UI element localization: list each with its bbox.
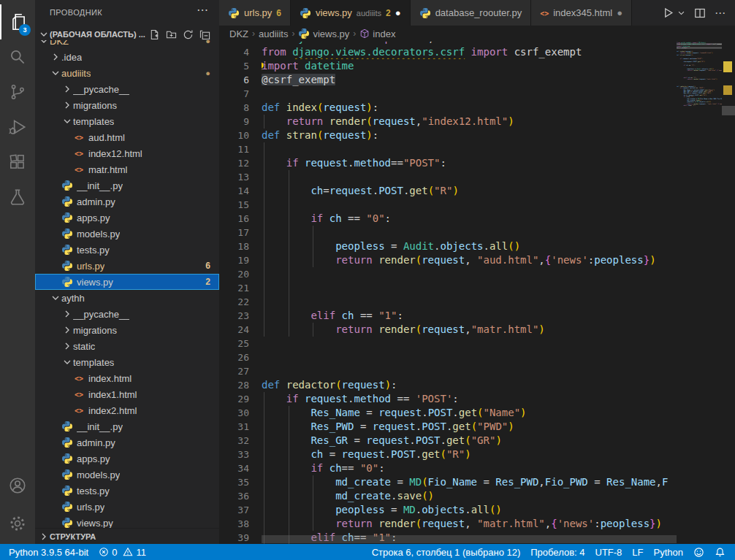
code-line-23[interactable]: elif ch == "1": — [262, 309, 677, 323]
code-line-4[interactable]: from django.views.decorators.csrf import… — [262, 45, 677, 59]
feedback-icon[interactable] — [688, 544, 709, 560]
code-line-38[interactable]: return render(request, "matr.html",{'new… — [262, 517, 677, 531]
minimap[interactable]: from aythh.models import MD,Auditfrom dj… — [677, 42, 722, 544]
cursor-position-status[interactable]: Строка 6, столбец 1 (выбрано 12) — [367, 544, 526, 560]
new-file-icon[interactable] — [149, 29, 160, 40]
tab-index345.html[interactable]: <>index345.html● — [531, 0, 632, 26]
code-line-9[interactable]: return render(request,"index12.html") — [262, 115, 677, 129]
problems-status[interactable]: 0 11 — [94, 544, 151, 560]
code-line-20[interactable] — [262, 267, 677, 281]
breadcrumb-item-DKZ[interactable]: DKZ — [229, 28, 248, 39]
explorer-more-actions-icon[interactable]: ⋯ — [197, 3, 209, 17]
code-line-14[interactable]: ch=request.POST.get("R") — [262, 184, 677, 198]
tree-item-index.html[interactable]: <>index.html — [35, 370, 219, 386]
code-line-32[interactable]: Res_GR = request.POST.get("GR") — [262, 434, 677, 448]
source-control-activity-icon[interactable] — [0, 74, 35, 110]
tree-item-index2.html[interactable]: <>index2.html — [35, 402, 219, 418]
search-activity-icon[interactable] — [0, 39, 35, 74]
collapse-all-icon[interactable] — [199, 29, 210, 40]
tab-urls.py[interactable]: urls.py6 — [219, 0, 291, 26]
tree-item-admin.py[interactable]: admin.py — [35, 434, 219, 450]
more-actions-icon[interactable]: ⋯ — [715, 7, 726, 20]
tree-item-__pycache__[interactable]: __pycache__ — [35, 81, 219, 97]
tree-item-apps.py[interactable]: apps.py — [35, 450, 219, 467]
indentation-status[interactable]: Пробелов: 4 — [525, 544, 590, 560]
code-line-10[interactable]: def stran(request): — [262, 129, 677, 142]
tree-item-urls.py[interactable]: urls.py6 — [35, 258, 219, 274]
code-line-28[interactable]: def redactor(request): — [262, 378, 677, 392]
code-line-19[interactable]: return render(request, "aud.html",{'news… — [262, 253, 677, 267]
code-line-8[interactable]: def index(request): — [262, 101, 677, 115]
code-line-18[interactable]: peopless = Audit.objects.all() — [262, 239, 677, 253]
tree-item-__init__.py[interactable]: __init__.py — [35, 418, 219, 434]
code-line-25[interactable] — [262, 337, 677, 350]
tab-database_roouter.py[interactable]: database_roouter.py — [411, 0, 532, 26]
code-line-29[interactable]: if request.method == 'POST': — [262, 392, 677, 406]
tree-item-urls.py[interactable]: urls.py — [35, 499, 219, 515]
scrollbar-slider[interactable] — [722, 106, 735, 115]
code-editor[interactable]: 3456789101112131415161718192021222324252… — [219, 42, 735, 544]
tree-item-matr.html[interactable]: <>matr.html — [35, 161, 219, 177]
tree-item-.idea[interactable]: .idea — [35, 49, 219, 65]
code-line-7[interactable] — [262, 87, 677, 101]
code-line-27[interactable] — [262, 364, 677, 378]
account-icon[interactable] — [0, 468, 35, 503]
tree-item-index12.html[interactable]: <>index12.html — [35, 145, 219, 161]
code-line-33[interactable]: ch = request.POST.get("R") — [262, 448, 677, 461]
breadcrumb-item-audiiits[interactable]: audiiits — [259, 28, 288, 39]
tree-item-tests.py[interactable]: tests.py — [35, 483, 219, 499]
tab-views.py[interactable]: views.pyaudiiits2● — [291, 0, 411, 26]
lightbulb-icon[interactable] — [262, 61, 266, 72]
code-line-36[interactable]: md_create.save() — [262, 489, 677, 503]
code-line-37[interactable]: peopless = MD.objects.all() — [262, 503, 677, 517]
code-line-22[interactable] — [262, 295, 677, 309]
code-line-15[interactable] — [262, 198, 677, 212]
refresh-icon[interactable] — [183, 29, 194, 40]
language-mode-status[interactable]: Python — [649, 544, 688, 560]
code-line-31[interactable]: Res_PWD = request.POST.get("PWD") — [262, 420, 677, 434]
run-and-debug-activity-icon[interactable] — [0, 110, 35, 145]
eol-status[interactable]: LF — [627, 544, 648, 560]
code-line-35[interactable]: md_create = MD(Fio_Name = Res_PWD,Fio_PW… — [262, 475, 677, 489]
code-line-26[interactable] — [262, 350, 677, 364]
run-icon[interactable] — [662, 7, 674, 19]
settings-icon[interactable] — [0, 506, 35, 541]
notifications-bell-icon[interactable] — [709, 544, 731, 560]
code-line-34[interactable]: if ch== "0": — [262, 461, 677, 475]
python-interpreter-status[interactable]: Python 3.9.5 64-bit — [0, 544, 94, 560]
tree-item-static[interactable]: static — [35, 338, 219, 354]
outline-section-header[interactable]: СТРУКТУРА — [35, 528, 219, 544]
run-dropdown-icon[interactable] — [677, 9, 685, 17]
tree-item-views.py[interactable]: views.py2 — [35, 274, 219, 290]
tree-item-migrations[interactable]: migrations — [35, 322, 219, 338]
tree-item-models.py[interactable]: models.py — [35, 467, 219, 483]
new-folder-icon[interactable] — [166, 29, 177, 40]
code-line-16[interactable]: if ch == "0": — [262, 212, 677, 226]
tree-item-aythh[interactable]: aythh — [35, 290, 219, 306]
tree-item-admin.py[interactable]: admin.py — [35, 193, 219, 210]
breadcrumb-item-views.py[interactable]: views.py — [298, 28, 349, 39]
tree-item-views.py[interactable]: views.py — [35, 515, 219, 528]
tree-item-apps.py[interactable]: apps.py — [35, 210, 219, 226]
code-line-17[interactable] — [262, 226, 677, 239]
encoding-status[interactable]: UTF-8 — [590, 544, 628, 560]
code-line-21[interactable] — [262, 281, 677, 295]
tree-item-tests.py[interactable]: tests.py — [35, 242, 219, 258]
code-line-24[interactable]: return render(request,"matr.html") — [262, 323, 677, 337]
code-line-13[interactable] — [262, 170, 677, 184]
tree-item-migrations[interactable]: migrations — [35, 97, 219, 113]
code-line-6[interactable]: @csrf_exempt — [262, 73, 677, 87]
horizontal-scrollbar[interactable] — [262, 535, 677, 543]
extensions-activity-icon[interactable] — [0, 145, 35, 180]
tree-item-aud.html[interactable]: <>aud.html — [35, 129, 219, 145]
tree-item-audiiits[interactable]: audiiits● — [35, 65, 219, 81]
tree-item-templates[interactable]: templates — [35, 113, 219, 129]
tree-item-__pycache__[interactable]: __pycache__ — [35, 306, 219, 322]
testing-activity-icon[interactable] — [0, 180, 35, 215]
tree-item-index1.html[interactable]: <>index1.html — [35, 386, 219, 402]
explorer-activity-icon[interactable]: 3 — [0, 4, 35, 39]
split-editor-icon[interactable] — [694, 7, 706, 19]
code-line-5[interactable]: import datetime — [262, 59, 677, 73]
tree-item-DKZ[interactable]: DKZ● — [35, 40, 219, 49]
breadcrumb[interactable]: DKZ›audiiits›views.py›index — [219, 26, 735, 42]
